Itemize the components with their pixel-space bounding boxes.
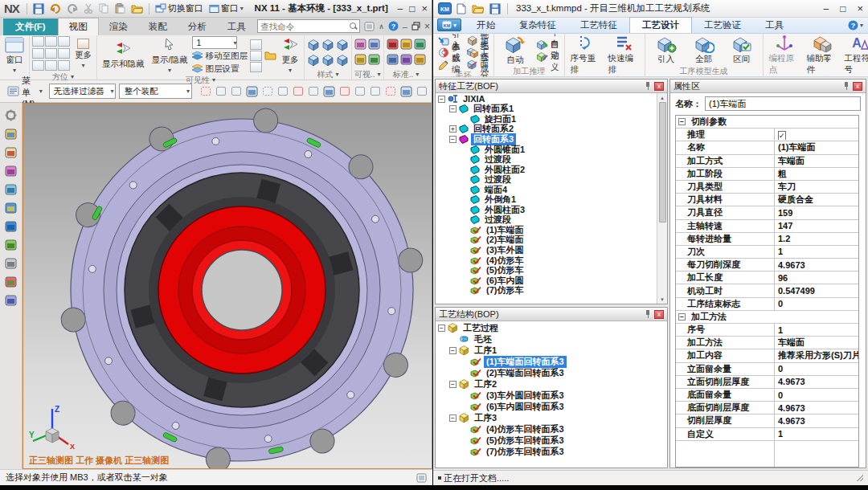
switch-window-button[interactable]: 切换窗口 [154, 2, 205, 16]
km-maximize-button[interactable]: □ [840, 3, 845, 14]
property-group-row[interactable]: −切削参数 [676, 116, 858, 129]
tree-item[interactable]: −回转面系1 [436, 104, 657, 115]
doc-restore-icon[interactable] [411, 22, 420, 31]
tree-item-label[interactable]: (7)仿形车回转面系3 [484, 446, 567, 458]
tree-item[interactable]: (2)车端面 [436, 235, 657, 246]
window-box-icon[interactable] [364, 22, 375, 31]
show-hide-button[interactable]: 显示/隐藏▾ [149, 38, 190, 74]
collapse-icon[interactable]: − [678, 118, 686, 125]
tree-item[interactable]: 外圆柱面3 [436, 205, 657, 215]
tree-item[interactable]: (5)仿形车回转面系3 [436, 435, 667, 446]
view-left-icon[interactable] [45, 36, 57, 47]
shaded-style-icon[interactable] [321, 54, 334, 67]
visualization-icon[interactable] [354, 39, 366, 52]
orientation-more-button[interactable]: 更多▾ [72, 39, 94, 69]
tree-item-label[interactable]: (7)仿形车 [484, 284, 526, 296]
collapse-icon[interactable]: − [438, 325, 445, 332]
visual-tool-icon[interactable] [5, 295, 17, 306]
collapse-icon[interactable]: − [449, 136, 457, 143]
nx-tab-装配[interactable]: 装配 [138, 18, 178, 35]
visualization-icon[interactable] [354, 54, 366, 67]
open-button[interactable] [129, 2, 145, 16]
expand-icon[interactable]: + [449, 125, 457, 133]
fit-view-icon[interactable] [323, 86, 335, 97]
property-row[interactable]: 切削层厚度4.9673 [676, 414, 858, 427]
tree-item-label[interactable]: (4)仿形车回转面系3 [484, 423, 567, 435]
nx-3d-viewport[interactable]: Z Y X 正三轴测图 工作 摄像机 正三轴测图 [23, 103, 432, 469]
tree-item[interactable]: +回转面系2 [436, 125, 657, 135]
tree-item[interactable]: (6)车内圆回转面系3 [436, 401, 667, 412]
collapse-icon[interactable]: − [449, 347, 457, 354]
collapse-icon[interactable]: − [449, 105, 457, 112]
tree-item-label[interactable]: (6)车内圆回转面系3 [484, 401, 567, 413]
doc-minimize-button[interactable]: – [403, 22, 407, 31]
paste-button[interactable] [113, 2, 127, 16]
property-row[interactable]: 工序结束标志0 [676, 298, 858, 311]
tree-item-label[interactable]: 工艺过程 [461, 322, 501, 334]
view-front-icon[interactable] [32, 36, 44, 47]
tree-item-label[interactable]: 工序3 [472, 412, 499, 424]
property-row[interactable]: 名称(1)车端面 [676, 141, 858, 154]
nx-minimize-button[interactable]: – [397, 3, 403, 14]
tree-item-label[interactable]: 工序2 [472, 378, 499, 390]
区间-button[interactable]: 区间 [724, 35, 760, 65]
invert-hide-icon[interactable] [250, 51, 262, 61]
orbit-icon[interactable] [354, 86, 366, 96]
view-top-icon[interactable] [32, 48, 44, 59]
km-help-icon[interactable]: ? [848, 20, 858, 31]
visibility-more-button[interactable]: 更多▾ [279, 38, 301, 74]
shaded-style-icon[interactable] [307, 54, 320, 67]
roles-nav-icon[interactable] [5, 129, 17, 140]
standard-tool-icon[interactable] [400, 54, 412, 67]
property-row[interactable]: 刀具直径159 [676, 206, 858, 219]
property-row[interactable]: 机动工时0.547499 [676, 284, 858, 297]
collapse-icon[interactable]: − [438, 96, 445, 103]
standard-tool-icon[interactable] [387, 54, 399, 67]
tree-item-label[interactable]: 工序1 [472, 345, 499, 357]
collapse-icon[interactable]: − [678, 313, 686, 321]
tree-item[interactable]: (4)仿形车 [436, 255, 657, 266]
tree-item[interactable]: (2)车端面回转面系3 [436, 367, 667, 378]
参数编辑-button[interactable]: 参数编辑 [436, 59, 462, 70]
tree-item[interactable]: −JIXIA [436, 94, 657, 104]
tree-item[interactable]: (1)车端面 [436, 225, 657, 235]
nx-maximize-button[interactable]: □ [409, 3, 415, 14]
view-right-icon[interactable] [45, 48, 57, 59]
undo-button[interactable] [48, 2, 63, 16]
layer-settings-button[interactable]: 图层设置 [192, 63, 248, 75]
bof-close-button[interactable]: x [654, 82, 664, 91]
tree-item[interactable]: −工艺过程 [436, 322, 667, 333]
search-input[interactable] [258, 22, 349, 31]
tree-item[interactable]: (1)车端面回转面系3 [436, 356, 667, 367]
辅助零件-button[interactable]: 辅助零件 [805, 35, 840, 76]
standard-tool-icon[interactable] [387, 39, 399, 52]
nx-tab-file[interactable]: 文件(F) [3, 18, 58, 35]
selection-filter-combo[interactable]: 无选择过滤器▾ [49, 84, 117, 99]
redo-button[interactable] [65, 2, 80, 16]
gear-icon[interactable] [5, 109, 17, 121]
序号重排-button[interactable]: 序号重排 [568, 35, 604, 76]
tree-item[interactable]: (3)车外圆 [436, 245, 657, 255]
bop-close-button[interactable]: x [654, 310, 664, 319]
collapse-icon[interactable]: − [449, 381, 457, 388]
window-big-button[interactable]: 窗口▾ [2, 36, 27, 74]
tree-item[interactable]: 毛坯 [436, 333, 667, 345]
property-row[interactable]: 每转进给量1.2 [676, 233, 858, 246]
standard-tool-icon[interactable] [400, 39, 412, 52]
show-and-hide-button[interactable]: 显示和隐藏 [100, 42, 147, 70]
tree-item-label[interactable]: (1)车端面回转面系3 [484, 356, 567, 368]
km-tab-工具[interactable]: 工具 [753, 18, 796, 33]
km-tab-开始[interactable]: 开始 [465, 18, 507, 33]
nx-tab-渲染[interactable]: 渲染 [99, 18, 138, 35]
property-row[interactable]: 立面切削层厚度4.9673 [676, 376, 858, 389]
component-drag-icon[interactable] [215, 86, 227, 96]
collapse-ribbon-button[interactable]: ∧ [379, 22, 384, 31]
property-row[interactable]: 加工方法车端面 [676, 337, 858, 349]
help-dropdown-arrow-icon[interactable]: ▾ [860, 22, 863, 29]
rotate-view-icon[interactable] [58, 36, 70, 47]
km-tab-复杂特征[interactable]: 复杂特征 [507, 18, 568, 33]
tree-item-label[interactable]: (5)仿形车回转面系3 [484, 435, 567, 447]
全部-button[interactable]: 全部 [686, 35, 722, 65]
property-row[interactable]: 加工阶段粗 [676, 168, 858, 181]
point-pick-icon[interactable] [246, 86, 258, 97]
